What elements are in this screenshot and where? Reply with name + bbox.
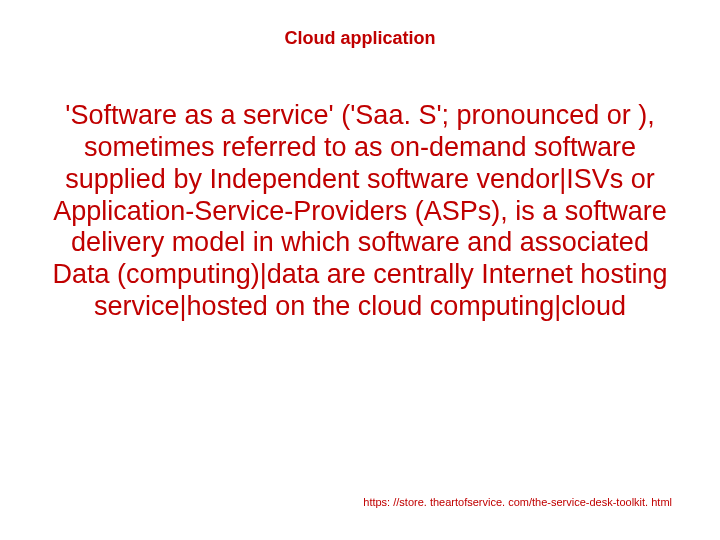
slide-body-text: 'Software as a service' ('Saa. S'; prono… [40,100,680,323]
slide: Cloud application 'Software as a service… [0,0,720,540]
slide-footer-url: https: //store. theartofservice. com/the… [363,496,672,508]
slide-title: Cloud application [0,28,720,49]
